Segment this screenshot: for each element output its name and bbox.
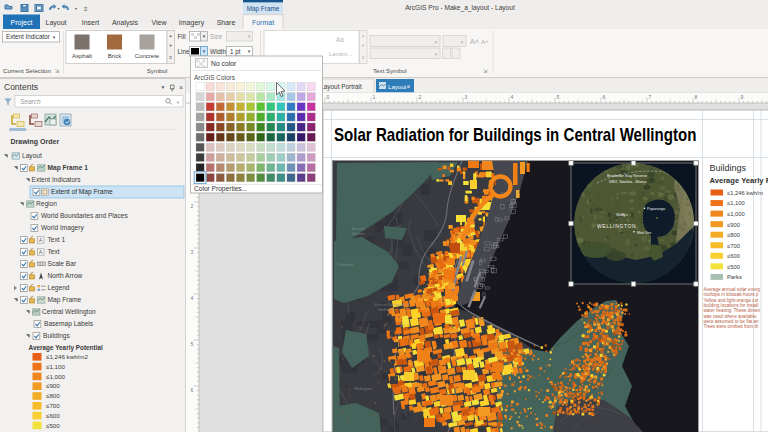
svg-text:Search: Search (20, 98, 41, 105)
svg-text:water heating. These dimen: water heating. These dimen (704, 308, 761, 313)
svg-text:Map Frame: Map Frame (247, 5, 280, 13)
svg-text:Share: Share (217, 19, 236, 26)
svg-text:Average Yearly Po: Average Yearly Po (710, 176, 768, 185)
svg-text:2: 2 (419, 94, 422, 100)
svg-text:Paparanga: Paparanga (647, 207, 666, 211)
svg-text:⇲: ⇲ (55, 68, 60, 74)
svg-text:6: 6 (603, 94, 606, 100)
svg-text:≤1,000: ≤1,000 (727, 211, 745, 217)
svg-text:▾: ▾ (162, 84, 165, 90)
svg-text:Layout: Layout (22, 152, 42, 160)
svg-text:≡: ≡ (169, 54, 172, 60)
svg-text:Extent Indicator: Extent Indicator (6, 33, 50, 40)
svg-text:Buildings: Buildings (43, 332, 70, 340)
svg-text:2: 2 (191, 203, 194, 209)
svg-text:Insert: Insert (82, 19, 100, 26)
svg-text:Landm...: Landm... (329, 51, 353, 57)
svg-text:Yellow and light-orange col: Yellow and light-orange col (704, 298, 759, 303)
svg-text:Current Selection: Current Selection (3, 67, 51, 74)
svg-text:World Boundaries and Places: World Boundaries and Places (41, 212, 128, 219)
svg-text:1862, Tatakira - Wainui: 1862, Tatakira - Wainui (609, 180, 647, 184)
svg-text:North Arrow: North Arrow (48, 272, 83, 279)
svg-text:Botanic: Botanic (352, 227, 365, 231)
svg-text:▾: ▾ (58, 6, 60, 11)
svg-text:≤700: ≤700 (46, 402, 60, 409)
svg-text:5: 5 (191, 341, 194, 347)
svg-text:Map Frame: Map Frame (48, 296, 82, 304)
svg-text:Extent of Map Frame: Extent of Map Frame (51, 188, 113, 196)
svg-text:Width: Width (210, 48, 227, 55)
svg-text:World Imagery: World Imagery (41, 224, 84, 232)
svg-text:≤800: ≤800 (727, 232, 740, 238)
svg-text:≤800: ≤800 (46, 392, 60, 399)
svg-text:Text Symbol: Text Symbol (373, 67, 407, 74)
svg-text:WELLINGTON: WELLINGTON (597, 224, 636, 229)
svg-text:rooftops in kilowatt-hours p: rooftops in kilowatt-hours p (704, 292, 759, 297)
svg-text:Format: Format (252, 19, 274, 26)
svg-text:Average Yearly Potential: Average Yearly Potential (29, 344, 103, 352)
svg-text:Solar Radiation for Buildings: Solar Radiation for Buildings in Central… (334, 125, 696, 144)
svg-text:Text: Text (48, 248, 60, 255)
svg-text:▾: ▾ (75, 6, 77, 11)
svg-text:A: A (39, 237, 43, 243)
svg-text:Victoria University of: Victoria University of (374, 303, 409, 307)
svg-text:Buildings: Buildings (710, 163, 747, 173)
svg-text:1: 1 (373, 94, 376, 100)
svg-text:Color Properties...: Color Properties... (194, 185, 247, 193)
svg-text:Symbol: Symbol (147, 67, 168, 74)
svg-text:building locations for install: building locations for install (704, 303, 759, 308)
svg-text:×: × (407, 83, 411, 90)
svg-text:9: 9 (741, 94, 744, 100)
svg-text:⇲: ⇲ (483, 68, 488, 74)
svg-text:Aa: Aa (336, 36, 344, 43)
svg-text:Region: Region (36, 200, 57, 208)
svg-text:≤600: ≤600 (46, 412, 60, 419)
svg-text:≤1,246 kwh/m2: ≤1,246 kwh/m2 (46, 353, 88, 360)
svg-text:Thorndon: Thorndon (337, 263, 353, 267)
svg-text:Parks: Parks (727, 274, 742, 280)
svg-text:was used where available;: was used where available; (704, 314, 758, 319)
svg-text:Concrete: Concrete (135, 53, 160, 59)
svg-text:ArcGIS Colors: ArcGIS Colors (194, 74, 235, 81)
svg-text:A˄: A˄ (481, 39, 489, 45)
svg-text:≤600: ≤600 (727, 253, 740, 259)
svg-text:≤900: ≤900 (46, 382, 60, 389)
svg-text:were assumed to be flat an: were assumed to be flat an (704, 319, 760, 324)
svg-text:6: 6 (191, 387, 194, 393)
svg-text:Trees were omitted from th: Trees were omitted from th (704, 324, 759, 329)
svg-text:Contents: Contents (4, 82, 38, 92)
svg-text:7: 7 (649, 94, 652, 100)
svg-text:Text 1: Text 1 (48, 236, 66, 243)
svg-text:View: View (151, 19, 167, 26)
svg-text:≤500: ≤500 (727, 264, 740, 270)
svg-text:Line: Line (178, 48, 190, 55)
svg-text:Scale Bar: Scale Bar (48, 260, 77, 267)
svg-text:≡: ≡ (362, 54, 365, 60)
svg-text:Extent Indicators: Extent Indicators (32, 176, 82, 183)
svg-text:Analysis: Analysis (112, 19, 139, 27)
svg-text:≤700: ≤700 (727, 243, 740, 249)
svg-text:≤900: ≤900 (727, 222, 740, 228)
svg-text:Size: Size (210, 33, 223, 40)
svg-text:Legend: Legend (48, 284, 70, 292)
svg-text:A: A (39, 249, 43, 255)
svg-text:≤1,246 kwh/m: ≤1,246 kwh/m (727, 190, 763, 196)
svg-text:×: × (179, 84, 183, 91)
svg-text:≤1,100: ≤1,100 (46, 363, 65, 370)
svg-text:≤1,000: ≤1,000 (46, 373, 65, 380)
svg-text:Map Frame 1: Map Frame 1 (48, 164, 89, 172)
svg-text:Asphalt: Asphalt (72, 53, 92, 59)
svg-text:Layout: Layout (45, 19, 66, 27)
svg-text:Drawing Order: Drawing Order (11, 138, 60, 146)
svg-text:5: 5 (557, 94, 560, 100)
svg-text:A˄: A˄ (470, 38, 479, 45)
svg-text:Wellington: Wellington (378, 308, 396, 312)
svg-text:Garden: Garden (352, 232, 365, 236)
svg-text:3: 3 (191, 249, 194, 255)
svg-text:Wellington: Wellington (354, 387, 372, 391)
svg-text:3: 3 (465, 94, 468, 100)
svg-text:4: 4 (511, 94, 514, 100)
svg-text:ArcGIS Pro - Make_a_layout - L: ArcGIS Pro - Make_a_layout - Layout (405, 4, 515, 12)
svg-text:Average annual solar energ: Average annual solar energ (704, 287, 761, 292)
svg-text:4: 4 (191, 295, 194, 301)
